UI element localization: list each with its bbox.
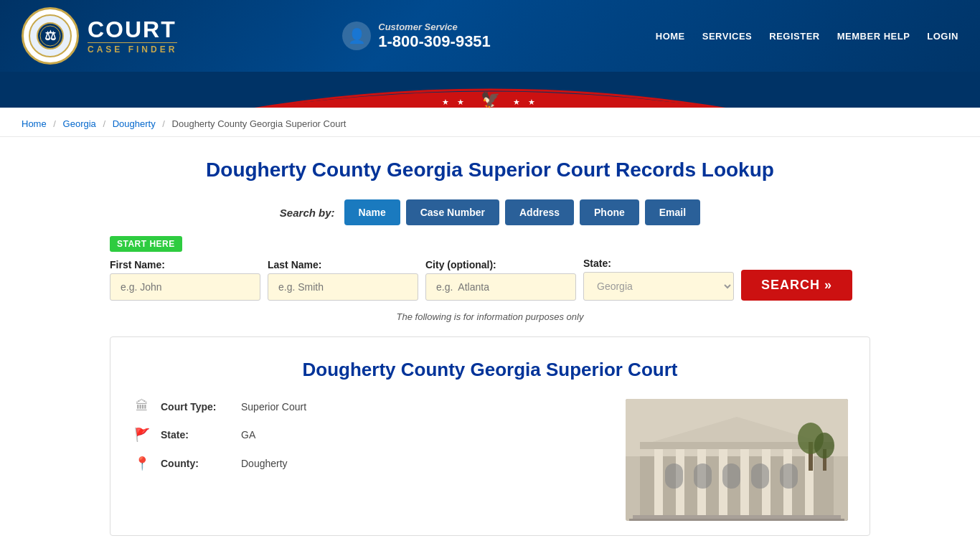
state-select[interactable]: Georgia Alabama Florida bbox=[583, 272, 734, 301]
breadcrumb: Home / Georgia / Dougherty / Dougherty C… bbox=[0, 111, 980, 137]
breadcrumb-current: Dougherty County Georgia Superior Court bbox=[172, 118, 347, 129]
court-type-label: Court Type: bbox=[161, 401, 232, 413]
court-type-value: Superior Court bbox=[241, 401, 306, 413]
state-value: GA bbox=[241, 429, 255, 441]
svg-rect-22 bbox=[780, 463, 798, 489]
search-form-container: START HERE First Name: Last Name: City (… bbox=[110, 236, 870, 301]
location-icon: 📍 bbox=[132, 456, 152, 471]
city-field: City (optional): bbox=[425, 259, 576, 301]
tab-address-button[interactable]: Address bbox=[505, 199, 574, 225]
info-row-county: 📍 County: Dougherty bbox=[132, 456, 611, 471]
county-label: County: bbox=[161, 458, 232, 469]
svg-rect-21 bbox=[751, 463, 769, 489]
last-name-field: Last Name: bbox=[268, 259, 418, 301]
nav-home[interactable]: HOME bbox=[656, 31, 685, 42]
phone-area: 👤 Customer Service 1-800-309-9351 bbox=[342, 22, 491, 51]
nav-register[interactable]: REGISTER bbox=[769, 31, 819, 42]
start-here-badge: START HERE bbox=[110, 236, 182, 252]
site-header: ⚖ COURT CASE FINDER 👤 Customer Service 1… bbox=[0, 0, 980, 111]
eagle-overlay: ★ ★ 🦅 ★ ★ bbox=[442, 90, 537, 111]
svg-rect-18 bbox=[665, 463, 683, 489]
search-by-row: Search by: Name Case Number Address Phon… bbox=[110, 199, 870, 225]
search-button[interactable]: SEARCH » bbox=[741, 270, 852, 301]
last-name-input[interactable] bbox=[268, 273, 418, 301]
logo-court-text: COURT bbox=[88, 18, 177, 41]
main-content: Dougherty County Georgia Superior Court … bbox=[95, 137, 885, 551]
nav-member-help[interactable]: MEMBER HELP bbox=[837, 31, 910, 42]
last-name-label: Last Name: bbox=[268, 259, 418, 270]
state-field: State: Georgia Alabama Florida bbox=[583, 258, 734, 301]
logo-area: ⚖ COURT CASE FINDER bbox=[22, 7, 177, 65]
city-label: City (optional): bbox=[425, 259, 576, 270]
info-note: The following is for information purpose… bbox=[110, 311, 870, 322]
info-row-state: 🚩 State: GA bbox=[132, 427, 611, 443]
breadcrumb-home[interactable]: Home bbox=[22, 118, 47, 129]
county-value: Dougherty bbox=[241, 458, 288, 469]
info-card: Dougherty County Georgia Superior Court … bbox=[110, 336, 870, 536]
tab-email-button[interactable]: Email bbox=[645, 199, 700, 225]
nav-services[interactable]: SERVICES bbox=[702, 31, 753, 42]
tab-case-number-button[interactable]: Case Number bbox=[406, 199, 499, 225]
info-row-court-type: 🏛 Court Type: Superior Court bbox=[132, 399, 611, 414]
svg-rect-19 bbox=[694, 463, 712, 489]
svg-rect-23 bbox=[633, 515, 841, 519]
nav-login[interactable]: LOGIN bbox=[927, 31, 958, 42]
first-name-input[interactable] bbox=[110, 273, 260, 301]
svg-rect-8 bbox=[654, 446, 663, 521]
logo-case-finder-text: CASE FINDER bbox=[88, 42, 177, 55]
flag-icon: 🚩 bbox=[132, 427, 152, 443]
first-name-field: First Name: bbox=[110, 259, 260, 301]
first-name-label: First Name: bbox=[110, 259, 260, 270]
info-details: 🏛 Court Type: Superior Court 🚩 State: GA… bbox=[132, 399, 611, 484]
svg-rect-24 bbox=[629, 519, 844, 521]
logo-text: COURT CASE FINDER bbox=[88, 18, 177, 55]
main-nav: HOME SERVICES REGISTER MEMBER HELP LOGIN bbox=[656, 31, 958, 42]
search-by-label: Search by: bbox=[280, 207, 335, 219]
svg-rect-12 bbox=[740, 446, 749, 521]
state-label-info: State: bbox=[161, 429, 232, 441]
svg-point-28 bbox=[814, 433, 834, 458]
phone-number: 1-800-309-9351 bbox=[378, 32, 491, 51]
tab-phone-button[interactable]: Phone bbox=[580, 199, 639, 225]
city-input[interactable] bbox=[425, 273, 576, 301]
svg-text:⚖: ⚖ bbox=[44, 29, 56, 43]
building-icon: 🏛 bbox=[132, 399, 152, 414]
page-title: Dougherty County Georgia Superior Court … bbox=[110, 159, 870, 182]
breadcrumb-dougherty[interactable]: Dougherty bbox=[113, 118, 156, 129]
logo-emblem: ⚖ bbox=[22, 7, 79, 65]
court-photo bbox=[626, 399, 848, 521]
header-bottom-banner: ★ ★ 🦅 ★ ★ bbox=[0, 72, 980, 111]
info-card-title: Dougherty County Georgia Superior Court bbox=[132, 359, 848, 381]
info-card-body: 🏛 Court Type: Superior Court 🚩 State: GA… bbox=[132, 399, 848, 521]
state-label: State: bbox=[583, 258, 734, 269]
tab-name-button[interactable]: Name bbox=[344, 199, 400, 225]
breadcrumb-georgia[interactable]: Georgia bbox=[63, 118, 96, 129]
svg-rect-20 bbox=[722, 463, 740, 489]
search-form-row: First Name: Last Name: City (optional): … bbox=[110, 258, 870, 301]
phone-icon: 👤 bbox=[342, 22, 371, 50]
customer-service-label: Customer Service bbox=[378, 22, 491, 32]
